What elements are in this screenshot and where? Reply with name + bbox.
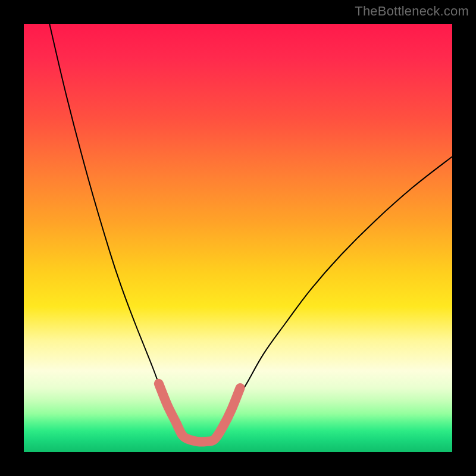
watermark-text: TheBottleneck.com xyxy=(355,4,469,19)
right-curve xyxy=(217,156,452,439)
curves-svg xyxy=(24,24,452,452)
left-curve xyxy=(49,24,184,439)
chart-frame: TheBottleneck.com xyxy=(0,0,476,476)
gradient-panel xyxy=(24,24,452,452)
highlight-annotation xyxy=(159,384,240,442)
